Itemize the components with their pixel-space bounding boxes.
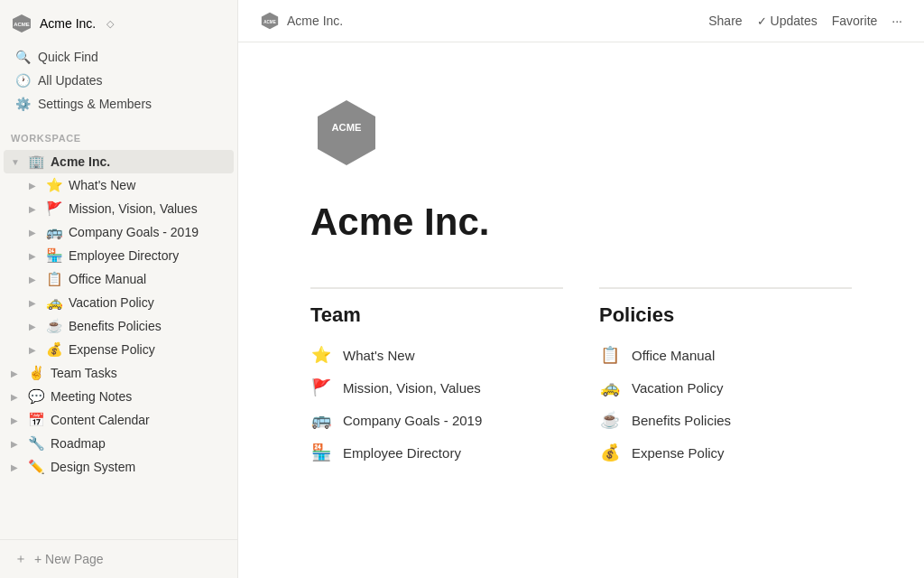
chevron-right-icon: ▶ — [29, 298, 40, 308]
sidebar-item-mission[interactable]: ▶ 🚩 Mission, Vision, Values — [4, 197, 234, 220]
search-icon: 🔍 — [14, 50, 31, 64]
list-item[interactable]: 🚕 Vacation Policy — [599, 378, 852, 397]
list-item[interactable]: ☕ Benefits Policies — [599, 410, 852, 430]
chevron-right-icon: ▶ — [11, 415, 22, 425]
sidebar-item-design-system[interactable]: ▶ ✏️ Design System — [4, 455, 234, 479]
workspace-title: Acme Inc. — [40, 16, 96, 31]
svg-text:ACME: ACME — [332, 122, 362, 133]
chevron-right-icon: ▶ — [11, 439, 22, 449]
sidebar-nav: 🔍 Quick Find 🕐 All Updates ⚙️ Settings &… — [0, 42, 237, 119]
sidebar-item-company-goals[interactable]: ▶ 🚌 Company Goals - 2019 — [4, 220, 234, 244]
list-item[interactable]: 🏪 Employee Directory — [310, 443, 563, 462]
sidebar-item-whats-new[interactable]: ▶ ⭐ What's New — [4, 173, 234, 197]
sidebar-item-content-calendar[interactable]: ▶ 📅 Content Calendar — [4, 408, 234, 432]
main-content: ACME Acme Inc. Share ✓ Updates Favorite … — [238, 0, 924, 578]
team-heading: Team — [310, 303, 563, 327]
team-column: Team ⭐ What's New 🚩 Mission, Vision, Val… — [310, 287, 563, 462]
chevron-right-icon: ▶ — [29, 322, 40, 331]
sidebar-item-all-updates[interactable]: 🕐 All Updates — [4, 69, 234, 92]
chevron-right-icon: ▶ — [11, 368, 22, 378]
page-title: Acme Inc. — [310, 200, 852, 244]
chevron-right-icon: ▶ — [11, 392, 22, 402]
sidebar-item-quick-find[interactable]: 🔍 Quick Find — [4, 45, 234, 69]
sidebar-item-employee-directory[interactable]: ▶ 🏪 Employee Directory — [4, 244, 234, 267]
favorite-button[interactable]: Favorite — [832, 14, 878, 28]
sidebar-item-settings[interactable]: ⚙️ Settings & Members — [4, 92, 234, 116]
acme-logo-small-icon: ACME — [11, 13, 32, 34]
breadcrumb-title: Acme Inc. — [287, 14, 343, 28]
chevron-right-icon: ▶ — [29, 345, 40, 355]
sidebar-item-roadmap[interactable]: ▶ 🔧 Roadmap — [4, 432, 234, 455]
sidebar: ACME Acme Inc. ◇ 🔍 Quick Find 🕐 All Upda… — [0, 0, 238, 578]
chevron-right-icon: ▶ — [29, 181, 40, 191]
money-icon: 💰 — [599, 443, 621, 462]
team-list: ⭐ What's New 🚩 Mission, Vision, Values 🚌… — [310, 345, 563, 462]
sidebar-item-vacation-policy[interactable]: ▶ 🚕 Vacation Policy — [4, 291, 234, 314]
list-item[interactable]: 📋 Office Manual — [599, 345, 852, 365]
new-page-button[interactable]: ＋ + New Page — [0, 539, 237, 578]
clipboard-icon: 📋 — [599, 345, 621, 365]
sidebar-item-expense-policy[interactable]: ▶ 💰 Expense Policy — [4, 338, 234, 361]
topbar-actions: Share ✓ Updates Favorite ··· — [708, 14, 902, 28]
sidebar-item-meeting-notes[interactable]: ▶ 💬 Meeting Notes — [4, 385, 234, 408]
chevron-down-icon: ◇ — [106, 18, 114, 30]
flag-icon: 🚩 — [310, 378, 332, 397]
policies-list: 📋 Office Manual 🚕 Vacation Policy ☕ Bene… — [599, 345, 852, 462]
workspace-tree: ▼ 🏢 Acme Inc. ▶ ⭐ What's New ▶ 🚩 Mission… — [0, 148, 237, 539]
sidebar-item-office-manual[interactable]: ▶ 📋 Office Manual — [4, 267, 234, 291]
chevron-right-icon: ▶ — [11, 462, 22, 472]
plus-icon: ＋ — [14, 551, 27, 567]
acme-breadcrumb-icon: ACME — [260, 11, 280, 31]
workspace-section-label: WORKSPACE — [0, 119, 237, 148]
policies-column: Policies 📋 Office Manual 🚕 Vacation Poli… — [599, 287, 852, 462]
list-item[interactable]: 🚩 Mission, Vision, Values — [310, 378, 563, 397]
sidebar-item-benefits-policies[interactable]: ▶ ☕ Benefits Policies — [4, 314, 234, 338]
chevron-down-icon: ▼ — [11, 157, 22, 167]
bus-icon: 🚌 — [310, 410, 332, 430]
chevron-right-icon: ▶ — [29, 275, 40, 284]
chevron-right-icon: ▶ — [29, 228, 40, 238]
svg-text:ACME: ACME — [263, 20, 275, 24]
share-button[interactable]: Share — [708, 14, 742, 28]
svg-text:ACME: ACME — [14, 22, 30, 27]
star-icon: ⭐ — [310, 345, 332, 365]
workspace-header[interactable]: ACME Acme Inc. ◇ — [0, 0, 237, 42]
list-item[interactable]: 💰 Expense Policy — [599, 443, 852, 462]
sidebar-item-acme-inc[interactable]: ▼ 🏢 Acme Inc. — [4, 150, 234, 173]
updates-button[interactable]: ✓ Updates — [757, 14, 818, 28]
taxi-icon: 🚕 — [599, 378, 621, 397]
breadcrumb: ACME Acme Inc. — [260, 11, 698, 31]
building-icon: 🏪 — [310, 443, 332, 462]
page-content: ACME Acme Inc. Team ⭐ What's New 🚩 Missi… — [238, 42, 924, 578]
checkmark-icon: ✓ — [757, 14, 767, 28]
chevron-right-icon: ▶ — [29, 204, 40, 214]
gear-icon: ⚙️ — [14, 97, 31, 111]
content-grid: Team ⭐ What's New 🚩 Mission, Vision, Val… — [310, 287, 852, 462]
list-item[interactable]: ⭐ What's New — [310, 345, 563, 365]
chevron-right-icon: ▶ — [29, 251, 40, 261]
more-options-button[interactable]: ··· — [892, 14, 902, 28]
policies-heading: Policies — [599, 303, 852, 327]
topbar: ACME Acme Inc. Share ✓ Updates Favorite … — [238, 0, 924, 42]
sidebar-item-team-tasks[interactable]: ▶ ✌️ Team Tasks — [4, 361, 234, 385]
clock-icon: 🕐 — [14, 73, 31, 88]
list-item[interactable]: 🚌 Company Goals - 2019 — [310, 410, 563, 430]
coffee-icon: ☕ — [599, 410, 621, 430]
acme-logo-hex-icon: ACME — [310, 97, 383, 169]
